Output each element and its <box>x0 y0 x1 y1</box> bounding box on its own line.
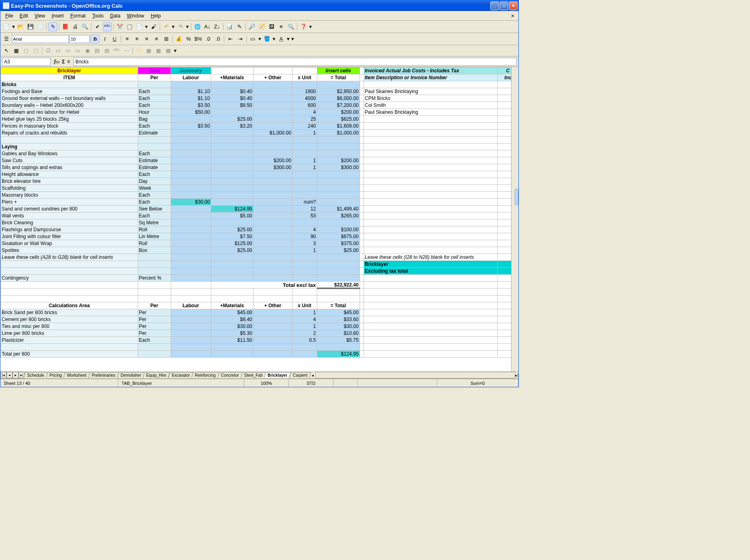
cell[interactable] <box>360 254 364 261</box>
summary-button-cell[interactable]: Summary <box>171 67 211 74</box>
sheet-tab-bricklayer[interactable]: Bricklayer <box>264 372 291 378</box>
cell[interactable]: $25.00 <box>211 247 253 254</box>
pushbutton-icon[interactable]: ▭ <box>73 46 82 55</box>
merge-cells-icon[interactable]: ⊞ <box>162 35 171 43</box>
total-label[interactable]: Total excl tax <box>211 282 317 289</box>
cell[interactable] <box>364 316 498 323</box>
cell[interactable]: $200.00 <box>317 109 360 116</box>
cell[interactable]: $11.50 <box>211 337 253 344</box>
sheet-tab-reinforcing[interactable]: Reinforcing <box>191 372 219 378</box>
cell[interactable]: 1 <box>292 323 317 330</box>
cell[interactable] <box>292 268 317 275</box>
cell[interactable] <box>360 337 364 344</box>
cell[interactable] <box>317 289 360 295</box>
fontcolor-dropdown-icon[interactable]: ▾ <box>286 35 290 43</box>
toolbar-overflow-icon[interactable]: ▾ <box>309 22 312 31</box>
cell[interactable]: $5.00 <box>211 213 253 219</box>
styles-icon[interactable]: ☰ <box>2 35 11 43</box>
cell[interactable]: Spotties <box>1 247 138 254</box>
cell[interactable]: Roll <box>138 226 171 233</box>
sheet-tab-preliminaries[interactable]: Preliminaries <box>88 372 119 378</box>
cell[interactable]: Each <box>138 102 171 109</box>
cell[interactable] <box>360 309 364 316</box>
cell[interactable] <box>211 185 253 192</box>
cell[interactable] <box>211 81 253 88</box>
cell[interactable]: Per <box>138 74 171 81</box>
equals-icon[interactable]: = <box>67 59 70 65</box>
cell[interactable]: Contingency <box>1 275 138 282</box>
cell[interactable] <box>171 213 211 219</box>
form-overflow-icon[interactable]: ▾ <box>173 46 177 55</box>
cell[interactable] <box>138 137 171 143</box>
cell[interactable]: Scaffolding <box>1 185 138 192</box>
cell[interactable] <box>292 295 317 302</box>
cell[interactable] <box>292 192 317 199</box>
cell[interactable] <box>364 282 498 289</box>
cell[interactable] <box>317 219 360 226</box>
select-icon[interactable]: ↖ <box>2 46 11 55</box>
cell[interactable]: Each <box>138 150 171 157</box>
cell[interactable] <box>253 95 292 102</box>
cell[interactable]: 25 <box>292 116 317 123</box>
cell[interactable]: $7,200.00 <box>317 102 360 109</box>
cell[interactable]: $25.00 <box>211 116 253 123</box>
cell[interactable]: + Other <box>253 302 292 309</box>
status-mode[interactable]: STD <box>289 379 334 387</box>
decrease-indent-icon[interactable]: ⇤ <box>226 35 235 43</box>
increase-indent-icon[interactable]: ⇥ <box>236 35 245 43</box>
cell[interactable]: Bricks <box>1 81 138 88</box>
cell[interactable] <box>360 323 364 330</box>
cell[interactable]: 53 <box>292 213 317 219</box>
save-icon[interactable]: 💾 <box>26 22 35 31</box>
align-right-icon[interactable]: ≡ <box>142 35 151 43</box>
cell[interactable] <box>253 316 292 323</box>
navigator-icon[interactable]: 🧭 <box>257 22 266 31</box>
cell[interactable]: Labour <box>171 74 211 81</box>
cell[interactable] <box>171 116 211 123</box>
cell[interactable]: Saw Cuts <box>1 157 138 164</box>
cell[interactable] <box>360 192 364 199</box>
font-size-combo[interactable] <box>69 35 90 43</box>
cell[interactable] <box>211 130 253 137</box>
menu-window[interactable]: Window <box>124 12 147 20</box>
cell[interactable]: Gables and Bay Windows <box>1 150 138 157</box>
cell[interactable] <box>171 289 211 295</box>
cell[interactable] <box>211 351 253 358</box>
name-box[interactable] <box>2 58 51 66</box>
cell[interactable]: 4 <box>292 316 317 323</box>
cell[interactable]: Ties and misc per 800 <box>1 323 138 330</box>
copy-icon[interactable]: 📋 <box>125 22 134 31</box>
cell[interactable]: Each <box>138 192 171 199</box>
cell[interactable] <box>171 192 211 199</box>
cell[interactable] <box>171 344 211 351</box>
cell[interactable]: Labour <box>171 302 211 309</box>
more-controls-icon[interactable]: ⋯ <box>122 46 131 55</box>
borders-icon[interactable]: ▭ <box>248 35 257 43</box>
cell[interactable] <box>364 330 498 337</box>
fontcolor-icon[interactable]: A <box>277 35 286 43</box>
cell[interactable] <box>253 185 292 192</box>
cell[interactable]: Each <box>138 88 171 95</box>
formatted-field-icon[interactable]: ▭ <box>63 46 72 55</box>
menu-format[interactable]: Format <box>67 12 89 20</box>
menu-insert[interactable]: Insert <box>48 12 67 20</box>
cell[interactable] <box>364 275 498 282</box>
cell[interactable] <box>253 81 292 88</box>
cell[interactable] <box>253 240 292 247</box>
cell[interactable]: Fences in masonary block <box>1 123 138 130</box>
cell[interactable] <box>292 185 317 192</box>
maximize-button[interactable]: □ <box>500 2 508 10</box>
cell[interactable] <box>292 81 317 88</box>
cell[interactable]: $25.00 <box>317 247 360 254</box>
cell[interactable]: Flashings and Dampcourse <box>1 226 138 233</box>
cell[interactable] <box>317 199 360 206</box>
header-invoiced[interactable]: Invoiced Actual Job Costs - Includes Tax <box>364 67 498 74</box>
cell[interactable]: 1 <box>292 157 317 164</box>
cell[interactable]: See Below <box>138 206 171 213</box>
cell[interactable]: Leave these cells (A28 to G28) blank for… <box>1 254 138 261</box>
menu-tools[interactable]: Tools <box>89 12 107 20</box>
gallery-icon[interactable]: 🖼 <box>267 22 276 31</box>
cell[interactable]: x Unit <box>292 302 317 309</box>
cut-icon[interactable]: ✂️ <box>115 22 124 31</box>
form-nav-icon[interactable]: ▦ <box>154 46 163 55</box>
